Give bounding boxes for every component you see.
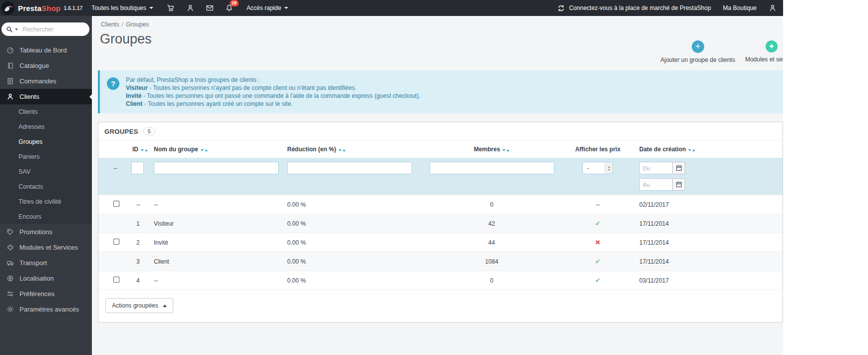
calendar-to-button[interactable] xyxy=(672,178,685,191)
table-filter-row: -- - xyxy=(98,158,783,195)
modules-icon xyxy=(766,40,778,52)
filter-name-input[interactable] xyxy=(154,162,279,174)
sidebar-item-orders[interactable]: Commandes xyxy=(0,73,92,89)
employees-icon[interactable] xyxy=(186,4,194,12)
info-line-visiteur: Visiteur - Toutes les personnes n'ayant … xyxy=(126,84,421,92)
my-shop-link[interactable]: Ma Boutique xyxy=(723,4,757,11)
main-content: Clients/Groupes Groupes Ajouter un group… xyxy=(92,16,783,355)
account-icon[interactable] xyxy=(769,4,777,12)
sort-asc-icon xyxy=(506,149,509,151)
plus-icon xyxy=(692,40,704,53)
prestashop-admin: PrestaShop 1.6.1.17 Toutes les boutiques… xyxy=(0,0,783,355)
row-checkbox[interactable] xyxy=(113,201,119,207)
transport-icon xyxy=(6,259,14,267)
topbar: PrestaShop 1.6.1.17 Toutes les boutiques… xyxy=(0,0,783,16)
table-row[interactable]: 2 Invité 0.00 % 44 17/11/2014 xyxy=(98,233,783,252)
info-line-client: Client - Toutes les personnes ayant créé… xyxy=(126,100,421,108)
quick-access-dropdown[interactable]: Accès rapide xyxy=(247,4,288,11)
sort-members-icons[interactable] xyxy=(502,149,509,151)
modules-services-button[interactable]: Modules et services xyxy=(745,40,783,63)
sidebar-item-advanced-settings[interactable]: Paramètres avancés xyxy=(0,302,92,317)
filter-show-prices-select[interactable]: - xyxy=(582,162,613,174)
date-to-input[interactable] xyxy=(639,178,672,191)
sidebar-subitem-contacts[interactable]: Contacts xyxy=(0,179,92,194)
dashboard-icon xyxy=(6,46,14,54)
sort-reduction-icons[interactable] xyxy=(339,149,346,151)
sidebar-item-modules[interactable]: Modules et Services xyxy=(0,240,92,255)
marketplace-link[interactable]: Connectez-vous à la place de marché de P… xyxy=(557,4,711,12)
chevron-down-icon xyxy=(149,7,153,9)
preferences-icon xyxy=(6,290,14,298)
marketplace-sync-icon xyxy=(557,4,565,12)
modules-icon xyxy=(6,244,14,251)
bulk-actions-button[interactable]: Actions groupées xyxy=(105,298,173,313)
sort-id-icons[interactable] xyxy=(141,149,148,151)
sidebar-search xyxy=(1,22,89,36)
breadcrumb-parent[interactable]: Clients xyxy=(101,21,119,28)
sidebar-item-transport[interactable]: Transport xyxy=(0,255,92,271)
check-icon xyxy=(595,220,601,227)
caret-up-icon xyxy=(163,305,167,307)
row-checkbox[interactable] xyxy=(113,239,119,245)
prestashop-bird-logo xyxy=(1,1,15,15)
check-icon xyxy=(595,277,601,284)
search-scope-dropdown-icon[interactable] xyxy=(15,28,18,30)
topbar-right: Connectez-vous à la place de marché de P… xyxy=(557,4,783,12)
promotions-icon xyxy=(6,228,14,236)
shop-selector-dropdown[interactable]: Toutes les boutiques xyxy=(91,4,153,11)
page-header-actions: Ajouter un groupe de clients Modules et … xyxy=(661,40,783,63)
topbar-icons: 28 xyxy=(167,4,233,12)
date-from-input[interactable] xyxy=(639,162,672,174)
sort-desc-icon xyxy=(141,149,144,151)
sort-asc-icon xyxy=(692,149,695,151)
filter-reduction-input[interactable] xyxy=(287,162,412,174)
breadcrumb-current: Groupes xyxy=(126,21,149,28)
count-badge: 5 xyxy=(143,127,155,135)
add-group-button[interactable]: Ajouter un groupe de clients xyxy=(661,40,735,63)
sort-name-icons[interactable] xyxy=(201,149,208,151)
sidebar-subitem-adresses[interactable]: Adresses xyxy=(0,119,92,134)
sidebar-item-promotions[interactable]: Promotions xyxy=(0,224,92,240)
notification-count-badge: 28 xyxy=(230,0,239,6)
sidebar-item-catalogue[interactable]: Catalogue xyxy=(0,58,92,73)
sidebar-subitem-encours[interactable]: Encours xyxy=(0,209,92,224)
cart-icon[interactable] xyxy=(167,4,175,12)
table-row[interactable]: 3 Client 0.00 % 1084 17/11/2014 xyxy=(98,252,783,271)
sidebar-subitem-groupes[interactable]: Groupes xyxy=(0,134,92,149)
sidebar-item-preferences[interactable]: Préférences xyxy=(0,286,92,302)
search-icon xyxy=(6,26,13,33)
cross-icon xyxy=(595,239,601,246)
info-alert-text: Par défaut, PrestaShop a trois groupes d… xyxy=(126,76,421,108)
advanced-settings-icon xyxy=(6,306,14,313)
filter-id-input[interactable] xyxy=(131,162,144,174)
search-input[interactable] xyxy=(21,25,71,33)
sidebar-subitem-paniers[interactable]: Paniers xyxy=(0,149,92,164)
sort-desc-icon xyxy=(502,149,505,151)
help-icon xyxy=(107,77,119,90)
sidebar-subitem-sav[interactable]: SAV xyxy=(0,164,92,179)
orders-icon xyxy=(6,77,14,85)
table-row[interactable]: -- -- 0.00 % 0 -- 02/11/2017 xyxy=(98,195,783,214)
sidebar-subitem-titres[interactable]: Titres de civilité xyxy=(0,194,92,209)
calendar-from-button[interactable] xyxy=(672,162,685,174)
sort-desc-icon xyxy=(201,149,204,151)
catalogue-icon xyxy=(6,62,14,69)
sidebar-item-dashboard[interactable]: Tableau de Bord xyxy=(0,42,92,58)
panel-title: GROUPES xyxy=(104,128,138,135)
table-row[interactable]: 4 -- 0.00 % 0 03/11/2017 xyxy=(98,271,783,290)
messages-icon[interactable] xyxy=(206,4,214,12)
brand-logo-text: PrestaShop xyxy=(18,4,60,12)
filter-date-from xyxy=(639,162,780,174)
row-checkbox[interactable] xyxy=(113,277,119,283)
table-header-row: ID Nom du groupe Réduction (en %) Membre… xyxy=(98,141,783,158)
sidebar: Tableau de Bord Catalogue Commandes Clie… xyxy=(0,16,92,355)
sort-date-icons[interactable] xyxy=(688,149,695,151)
sidebar-subitem-clients[interactable]: Clients xyxy=(0,104,92,119)
notifications-bell-icon[interactable]: 28 xyxy=(225,4,233,12)
table-row[interactable]: 1 Visiteur 0.00 % 42 17/11/2014 xyxy=(98,214,783,233)
customers-submenu: Clients Adresses Groupes Paniers SAV Con… xyxy=(0,104,92,224)
filter-members-input[interactable] xyxy=(430,162,554,174)
sidebar-item-localisation[interactable]: Localisation xyxy=(0,271,92,286)
customers-icon xyxy=(6,93,14,100)
sidebar-item-customers[interactable]: Clients xyxy=(0,89,92,104)
